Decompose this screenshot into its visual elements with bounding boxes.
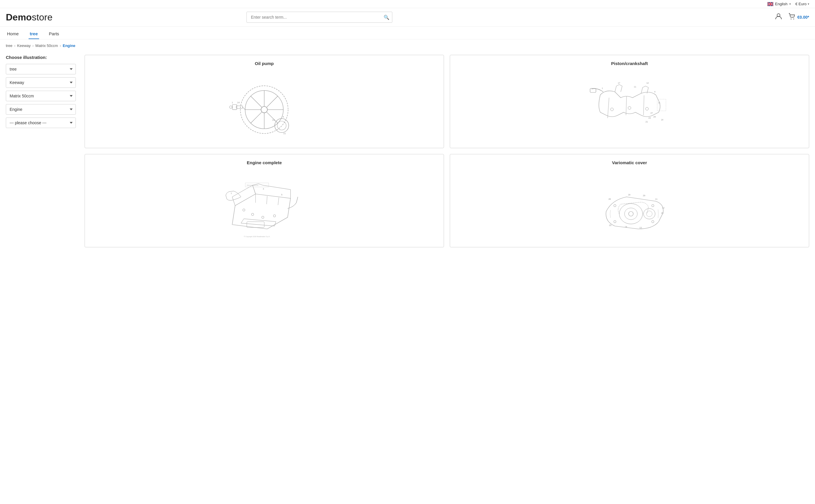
svg-text:29: 29	[653, 116, 656, 118]
search-icon: 🔍	[384, 15, 389, 20]
svg-rect-17	[236, 106, 243, 108]
cart-amount: €0.00*	[797, 15, 809, 20]
svg-text:25: 25	[609, 224, 611, 226]
logo[interactable]: Demostore	[6, 12, 53, 23]
svg-point-67	[652, 221, 654, 223]
language-label: English	[775, 2, 788, 6]
dropdown-please-choose[interactable]: --- please choose ---	[6, 118, 76, 128]
svg-text:23: 23	[648, 117, 651, 119]
svg-text:Motorcyklar.biz: Motorcyklar.biz	[247, 184, 258, 186]
svg-text:13: 13	[272, 119, 274, 121]
cart-icon	[788, 13, 796, 22]
svg-point-32	[628, 106, 631, 109]
language-selector[interactable]: English ▾	[767, 2, 791, 6]
svg-point-59	[619, 204, 643, 224]
part-card-variomatic-cover[interactable]: Variomatic cover	[450, 154, 809, 247]
part-title-oil-pump: Oil pump	[255, 61, 274, 66]
part-title-piston-crankshaft: Piston/crankshaft	[611, 61, 648, 66]
language-chevron: ▾	[789, 2, 791, 6]
svg-text:1: 1	[602, 87, 603, 89]
part-illustration-oil-pump: 14 1 4 13 11	[91, 71, 438, 142]
svg-text:1: 1	[232, 101, 233, 104]
svg-line-46	[267, 196, 267, 204]
cart-button[interactable]: €0.00*	[788, 13, 809, 22]
part-illustration-piston-crankshaft: 31 1 17 11 12 4 14 27 23	[456, 71, 803, 142]
svg-text:11: 11	[655, 198, 657, 200]
svg-text:5: 5	[281, 194, 282, 196]
svg-rect-29	[657, 99, 666, 111]
svg-rect-34	[590, 88, 596, 92]
breadcrumb-tree[interactable]: tree	[6, 43, 12, 48]
svg-text:27: 27	[650, 112, 653, 114]
part-illustration-engine-complete: Motorcyklar.biz © Copyright 2018 Retailm…	[91, 170, 438, 241]
part-title-engine-complete: Engine complete	[247, 160, 282, 165]
svg-line-13	[267, 96, 278, 107]
dropdown-keeway[interactable]: Keeway	[6, 77, 76, 88]
part-card-engine-complete[interactable]: Engine complete	[85, 154, 444, 247]
sidebar: Choose illustration: tree Keeway Matrix …	[6, 52, 76, 247]
logo-rest: store	[32, 12, 53, 22]
search-button[interactable]: 🔍	[384, 15, 389, 20]
svg-point-48	[243, 209, 245, 211]
svg-text:14: 14	[625, 226, 627, 228]
search-input[interactable]	[246, 12, 392, 23]
search-bar-container: 🔍	[246, 12, 392, 23]
user-account-button[interactable]	[775, 13, 782, 22]
nav-item-home[interactable]: Home	[6, 29, 20, 39]
dropdown-tree[interactable]: tree	[6, 64, 76, 74]
svg-point-60	[625, 208, 637, 220]
svg-point-31	[611, 108, 613, 111]
svg-point-65	[652, 204, 654, 207]
svg-text:© Copyright 2018 Retailmaker S: © Copyright 2018 Retailmaker S.p.A.	[244, 236, 270, 237]
svg-line-47	[278, 197, 279, 205]
svg-text:15: 15	[661, 212, 663, 214]
svg-point-51	[273, 215, 276, 217]
svg-text:28: 28	[608, 198, 611, 200]
breadcrumb-current: Engine	[63, 43, 75, 48]
svg-line-20	[243, 107, 245, 110]
svg-text:1: 1	[231, 192, 232, 194]
breadcrumb-sep-1: ›	[14, 43, 15, 48]
header: Demostore 🔍 €0.00*	[0, 8, 815, 27]
svg-text:13: 13	[639, 227, 642, 229]
nav-item-parts[interactable]: Parts	[48, 29, 60, 39]
breadcrumb-keeway[interactable]: Keeway	[17, 43, 31, 48]
svg-point-19	[230, 106, 232, 108]
svg-line-12	[267, 112, 278, 123]
user-icon	[775, 14, 782, 22]
svg-point-2	[790, 19, 791, 20]
main-nav: Home tree Parts	[0, 27, 815, 39]
dropdown-matrix[interactable]: Matrix 50ccm	[6, 91, 76, 101]
nav-item-tree[interactable]: tree	[29, 29, 39, 39]
currency-label: € Euro	[795, 2, 807, 6]
header-actions: €0.00*	[775, 13, 809, 22]
part-card-piston-crankshaft[interactable]: Piston/crankshaft 31	[450, 55, 809, 148]
svg-text:31: 31	[658, 102, 660, 104]
svg-text:12: 12	[662, 207, 664, 209]
breadcrumb-sep-2: ›	[32, 43, 34, 48]
dropdown-engine[interactable]: Engine	[6, 104, 76, 115]
svg-text:17: 17	[618, 82, 620, 84]
svg-line-26	[608, 98, 609, 118]
svg-line-27	[626, 96, 627, 115]
breadcrumb: tree › Keeway › Matrix 50ccm › Engine	[0, 39, 815, 52]
svg-point-62	[643, 209, 655, 219]
svg-text:3: 3	[263, 188, 264, 190]
svg-point-64	[614, 204, 616, 207]
part-illustration-variomatic-cover: 28 18 29 11 12 15 25 14 13	[456, 170, 803, 241]
svg-text:4: 4	[283, 115, 284, 118]
main-content: Choose illustration: tree Keeway Matrix …	[0, 52, 815, 259]
currency-selector[interactable]: € Euro ▾	[795, 2, 809, 6]
svg-line-28	[643, 95, 644, 115]
currency-chevron: ▾	[808, 2, 809, 6]
svg-point-6	[261, 106, 267, 113]
parts-grid: Oil pump	[85, 52, 809, 247]
svg-text:11: 11	[283, 132, 286, 134]
part-card-oil-pump[interactable]: Oil pump	[85, 55, 444, 148]
breadcrumb-matrix[interactable]: Matrix 50ccm	[35, 43, 58, 48]
svg-text:11: 11	[634, 86, 636, 88]
svg-text:14: 14	[661, 119, 663, 121]
svg-text:12: 12	[646, 82, 649, 84]
sidebar-title: Choose illustration:	[6, 55, 76, 60]
top-bar: English ▾ € Euro ▾	[0, 0, 815, 8]
